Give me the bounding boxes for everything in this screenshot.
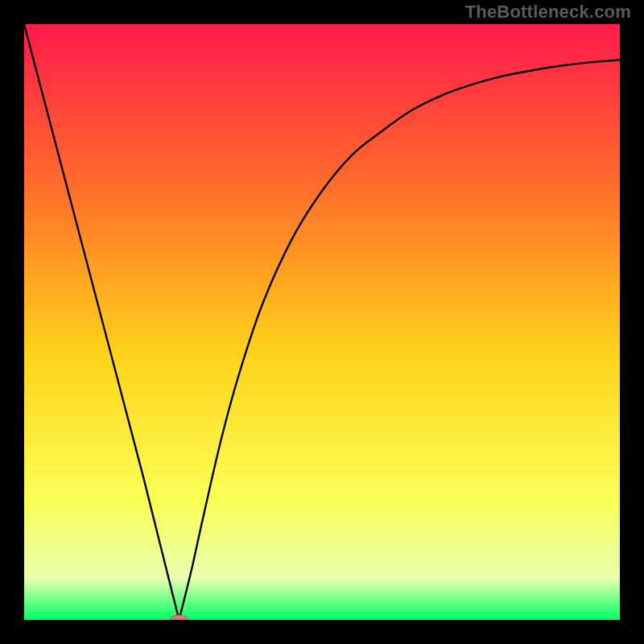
watermark-text: TheBottleneck.com <box>465 2 631 23</box>
chart-frame: TheBottleneck.com <box>0 0 644 644</box>
gradient-background <box>24 24 620 620</box>
chart-svg <box>24 24 620 620</box>
plot-area <box>24 24 620 620</box>
